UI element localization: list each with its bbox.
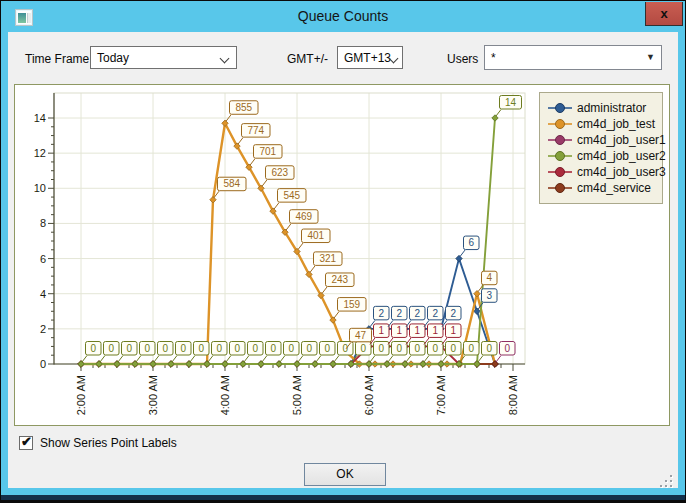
time-frame-label: Time Frame bbox=[25, 52, 89, 66]
dialog-window: Queue Counts x Time Frame Today GMT+/- G… bbox=[0, 0, 686, 503]
svg-text:0: 0 bbox=[234, 343, 240, 354]
users-select[interactable]: * ▼ bbox=[484, 45, 662, 70]
legend-item-label: cm4d_job_test bbox=[577, 117, 655, 131]
svg-text:469: 469 bbox=[295, 211, 312, 222]
chevron-down-icon bbox=[220, 54, 230, 64]
time-frame-value: Today bbox=[97, 51, 129, 65]
legend-item-administrator: administrator bbox=[548, 100, 654, 116]
svg-text:2: 2 bbox=[414, 308, 420, 319]
svg-text:321: 321 bbox=[319, 253, 336, 264]
gmt-label: GMT+/- bbox=[287, 52, 328, 66]
legend-marker-icon bbox=[548, 118, 572, 130]
close-button[interactable]: x bbox=[645, 2, 683, 26]
svg-text:2: 2 bbox=[432, 308, 438, 319]
legend-item-label: cm4d_service bbox=[577, 181, 651, 195]
svg-text:0: 0 bbox=[468, 343, 474, 354]
svg-text:0: 0 bbox=[504, 343, 510, 354]
legend-marker-icon bbox=[548, 150, 572, 162]
svg-text:14: 14 bbox=[34, 112, 46, 124]
time-frame-select[interactable]: Today bbox=[90, 46, 237, 69]
legend-item-label: cm4d_job_user3 bbox=[577, 165, 666, 179]
ok-button[interactable]: OK bbox=[304, 463, 386, 486]
svg-text:0: 0 bbox=[342, 343, 348, 354]
show-labels-checkbox-label: Show Series Point Labels bbox=[40, 436, 177, 450]
show-labels-checkbox[interactable]: ✔ bbox=[19, 436, 33, 450]
legend-item-label: cm4d_job_user2 bbox=[577, 149, 666, 163]
legend-item-cm4d_service: cm4d_service bbox=[548, 180, 654, 196]
svg-text:2: 2 bbox=[450, 308, 456, 319]
legend-item-label: cm4d_job_user1 bbox=[577, 133, 666, 147]
svg-text:1: 1 bbox=[396, 325, 402, 336]
svg-text:10: 10 bbox=[34, 182, 46, 194]
svg-text:2: 2 bbox=[396, 308, 402, 319]
svg-text:0: 0 bbox=[90, 343, 96, 354]
legend-marker-icon bbox=[548, 102, 572, 114]
dialog-content: Time Frame Today GMT+/- GMT+13 Users * ▼… bbox=[8, 32, 678, 488]
gmt-select[interactable]: GMT+13 bbox=[337, 46, 403, 69]
svg-text:0: 0 bbox=[270, 343, 276, 354]
legend-item-cm4d_job_user2: cm4d_job_user2 bbox=[548, 148, 654, 164]
legend-item-cm4d_job_user1: cm4d_job_user1 bbox=[548, 132, 654, 148]
svg-text:0: 0 bbox=[40, 358, 46, 370]
svg-text:47: 47 bbox=[355, 330, 367, 341]
svg-text:6: 6 bbox=[468, 237, 474, 248]
resize-grip[interactable] bbox=[656, 473, 674, 489]
svg-text:3: 3 bbox=[486, 290, 492, 301]
window-bottom-edge bbox=[1, 495, 685, 500]
svg-text:0: 0 bbox=[306, 343, 312, 354]
svg-text:1: 1 bbox=[378, 325, 384, 336]
svg-text:774: 774 bbox=[247, 125, 264, 136]
legend-marker-icon bbox=[548, 134, 572, 146]
svg-text:623: 623 bbox=[271, 167, 288, 178]
svg-text:4: 4 bbox=[40, 288, 46, 300]
svg-text:6: 6 bbox=[40, 253, 46, 265]
legend-marker-icon bbox=[548, 166, 572, 178]
users-label: Users bbox=[447, 52, 478, 66]
svg-text:0: 0 bbox=[288, 343, 294, 354]
svg-text:0: 0 bbox=[486, 343, 492, 354]
chart-panel: 024681012142:00 AM3:00 AM4:00 AM5:00 AM6… bbox=[14, 84, 670, 426]
checkmark-icon: ✔ bbox=[21, 434, 32, 449]
svg-text:3:00 AM: 3:00 AM bbox=[147, 375, 159, 415]
svg-text:12: 12 bbox=[34, 147, 46, 159]
gmt-value: GMT+13 bbox=[344, 51, 391, 65]
title-bar[interactable]: Queue Counts x bbox=[1, 1, 685, 32]
svg-text:0: 0 bbox=[360, 343, 366, 354]
svg-text:0: 0 bbox=[414, 343, 420, 354]
svg-text:1: 1 bbox=[432, 325, 438, 336]
svg-text:584: 584 bbox=[223, 178, 240, 189]
svg-text:4: 4 bbox=[486, 272, 492, 283]
svg-text:159: 159 bbox=[343, 299, 360, 310]
dropdown-arrow-icon: ▼ bbox=[646, 52, 655, 62]
svg-text:0: 0 bbox=[324, 343, 330, 354]
svg-text:0: 0 bbox=[108, 343, 114, 354]
svg-text:1: 1 bbox=[450, 325, 456, 336]
users-value: * bbox=[491, 51, 496, 65]
svg-text:8:00 AM: 8:00 AM bbox=[507, 375, 519, 415]
svg-text:0: 0 bbox=[126, 343, 132, 354]
svg-text:2: 2 bbox=[40, 323, 46, 335]
svg-text:7:00 AM: 7:00 AM bbox=[435, 375, 447, 415]
svg-text:243: 243 bbox=[331, 274, 348, 285]
svg-text:1: 1 bbox=[414, 325, 420, 336]
svg-text:2: 2 bbox=[378, 308, 384, 319]
svg-text:6:00 AM: 6:00 AM bbox=[363, 375, 375, 415]
svg-text:8: 8 bbox=[40, 217, 46, 229]
legend-item-cm4d_job_user3: cm4d_job_user3 bbox=[548, 164, 654, 180]
svg-text:545: 545 bbox=[283, 190, 300, 201]
chart-legend: administratorcm4d_job_testcm4d_job_user1… bbox=[539, 92, 663, 204]
svg-text:14: 14 bbox=[505, 97, 517, 108]
svg-text:0: 0 bbox=[252, 343, 258, 354]
svg-text:0: 0 bbox=[198, 343, 204, 354]
svg-text:0: 0 bbox=[378, 343, 384, 354]
svg-text:2:00 AM: 2:00 AM bbox=[75, 375, 87, 415]
svg-text:701: 701 bbox=[259, 146, 276, 157]
svg-text:4:00 AM: 4:00 AM bbox=[219, 375, 231, 415]
svg-text:0: 0 bbox=[180, 343, 186, 354]
svg-text:855: 855 bbox=[235, 102, 252, 113]
svg-text:0: 0 bbox=[432, 343, 438, 354]
svg-text:0: 0 bbox=[450, 343, 456, 354]
legend-item-label: administrator bbox=[577, 101, 646, 115]
svg-text:0: 0 bbox=[216, 343, 222, 354]
legend-marker-icon bbox=[548, 182, 572, 194]
